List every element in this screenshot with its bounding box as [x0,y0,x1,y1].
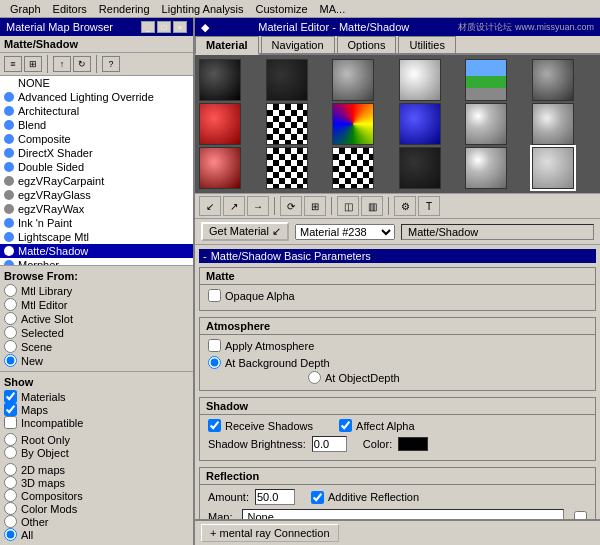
additive-reflection-checkbox[interactable] [311,491,324,504]
material-number-select[interactable]: Material #238 [295,224,395,240]
sphere-11[interactable] [465,103,507,145]
menu-ma[interactable]: MA... [314,3,352,15]
material-list-item[interactable]: Composite [0,132,193,146]
bg-depth-label[interactable]: At Background Depth [208,356,330,369]
menu-editors[interactable]: Editors [47,3,93,15]
sphere-10[interactable] [399,103,441,145]
browser-list-btn[interactable]: ≡ [4,56,22,72]
material-list-item[interactable]: egzVRayGlass [0,188,193,202]
browser-up-btn[interactable]: ↑ [53,56,71,72]
assign-material-btn[interactable]: → [247,196,269,216]
tab-utilities[interactable]: Utilities [398,36,455,53]
shadow-brightness-input[interactable] [312,436,347,452]
material-list-item[interactable]: Morpher [0,258,193,265]
browse-from-option[interactable]: Selected [4,326,189,339]
material-list-item[interactable]: egzVRayCarpaint [0,174,193,188]
sphere-1[interactable] [199,59,241,101]
bg-btn[interactable]: ▥ [361,196,383,216]
menu-graph[interactable]: Graph [4,3,47,15]
material-list-item[interactable]: DirectX Shader [0,146,193,160]
obj-depth-radio[interactable] [308,371,321,384]
get-material-toolbar-btn[interactable]: ↙ [199,196,221,216]
material-list-item[interactable]: Architectural [0,104,193,118]
editor-title-bar: ◆ Material Editor - Matte/Shadow 材质设计论坛 … [195,18,600,36]
apply-atmosphere-label[interactable]: Apply Atmosphere [208,339,314,352]
material-list-item[interactable]: NONE [0,76,193,90]
type-btn[interactable]: T [418,196,440,216]
browser-filter-btn[interactable]: ? [102,56,120,72]
sphere-15[interactable] [332,147,374,189]
map-checkbox[interactable] [574,511,587,520]
sphere-7[interactable] [199,103,241,145]
menu-lighting[interactable]: Lighting Analysis [156,3,250,15]
sphere-2[interactable] [266,59,308,101]
sphere-13[interactable] [199,147,241,189]
amount-input[interactable] [255,489,295,505]
show-materials[interactable]: Materials [4,390,189,403]
params-collapse-arrow[interactable]: - [203,250,207,262]
root-only-radio[interactable]: Root Only [4,433,189,446]
browse-from-option[interactable]: New [4,354,189,367]
sphere-3[interactable] [332,59,374,101]
all-radio[interactable]: All [4,528,189,541]
bg-depth-radio[interactable] [208,356,221,369]
tab-options[interactable]: Options [337,36,397,53]
show-map-btn[interactable]: ◫ [337,196,359,216]
sphere-9[interactable] [332,103,374,145]
browse-from-option[interactable]: Mtl Library [4,284,189,297]
sphere-8[interactable] [266,103,308,145]
additive-reflection-label[interactable]: Additive Reflection [311,491,419,504]
browse-from-option[interactable]: Active Slot [4,312,189,325]
options-toolbar-btn[interactable]: ⚙ [394,196,416,216]
browser-minimize-btn[interactable]: _ [141,21,155,33]
material-list-item[interactable]: Matte/Shadow [0,244,193,258]
by-object-radio[interactable]: By Object [4,446,189,459]
sphere-6[interactable] [532,59,574,101]
2dmaps-radio[interactable]: 2D maps [4,463,189,476]
colormods-radio[interactable]: Color Mods [4,502,189,515]
sphere-18[interactable] [532,147,574,189]
apply-atmosphere-checkbox[interactable] [208,339,221,352]
receive-shadows-checkbox[interactable] [208,419,221,432]
sphere-14[interactable] [266,147,308,189]
tab-navigation[interactable]: Navigation [261,36,335,53]
receive-shadows-label[interactable]: Receive Shadows [208,419,313,432]
browser-icons-btn[interactable]: ⊞ [24,56,42,72]
mental-ray-button[interactable]: + mental ray Connection [201,524,339,542]
sphere-5[interactable] [465,59,507,101]
3dmaps-radio[interactable]: 3D maps [4,476,189,489]
show-maps[interactable]: Maps [4,403,189,416]
menu-rendering[interactable]: Rendering [93,3,156,15]
material-list-item[interactable]: Double Sided [0,160,193,174]
opaque-alpha-label[interactable]: Opaque Alpha [208,289,295,302]
get-material-button[interactable]: Get Material ↙ [201,222,289,241]
put-material-btn[interactable]: ↗ [223,196,245,216]
browse-from-option[interactable]: Mtl Editor [4,298,189,311]
copy-map-btn[interactable]: ⊞ [304,196,326,216]
compositors-radio[interactable]: Compositors [4,489,189,502]
sphere-17[interactable] [465,147,507,189]
menu-customize[interactable]: Customize [250,3,314,15]
sphere-12[interactable] [532,103,574,145]
affect-alpha-label[interactable]: Affect Alpha [339,419,415,432]
reset-map-btn[interactable]: ⟳ [280,196,302,216]
browser-maximize-btn[interactable]: □ [157,21,171,33]
material-list-item[interactable]: Advanced Lighting Override [0,90,193,104]
material-list-item[interactable]: Blend [0,118,193,132]
other-radio[interactable]: Other [4,515,189,528]
opaque-alpha-checkbox[interactable] [208,289,221,302]
browser-refresh-btn[interactable]: ↻ [73,56,91,72]
affect-alpha-checkbox[interactable] [339,419,352,432]
material-list-item[interactable]: Ink 'n Paint [0,216,193,230]
browse-from-option[interactable]: Scene [4,340,189,353]
browser-close-btn[interactable]: × [173,21,187,33]
material-list-item[interactable]: Lightscape Mtl [0,230,193,244]
sphere-4[interactable] [399,59,441,101]
tab-material[interactable]: Material [195,36,259,55]
material-list[interactable]: NONEAdvanced Lighting OverrideArchitectu… [0,76,193,265]
obj-depth-label[interactable]: At ObjectDepth [308,371,400,384]
shadow-color-swatch[interactable] [398,437,428,451]
show-incompatible[interactable]: Incompatible [4,416,189,429]
sphere-16[interactable] [399,147,441,189]
material-list-item[interactable]: egzVRayWax [0,202,193,216]
